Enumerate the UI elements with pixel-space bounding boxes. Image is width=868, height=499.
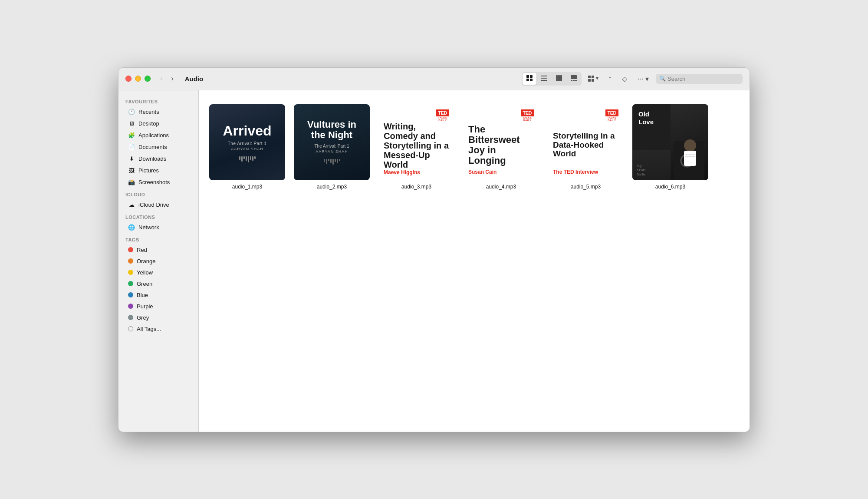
sidebar-item-icloud-drive[interactable]: ☁ iCloud Drive: [121, 199, 196, 211]
documents-icon: 📄: [128, 144, 135, 151]
icloud-drive-label: iCloud Drive: [138, 202, 169, 208]
svg-rect-3: [530, 79, 533, 81]
thumbnail-audio5: TED TALKS DAILY Storytelling in a Data-H…: [548, 104, 624, 180]
thumbnail-audio2: Vultures in the Night The Arrival: Part …: [294, 104, 370, 180]
locations-section-label: Locations: [118, 211, 198, 221]
svg-rect-9: [560, 75, 562, 81]
svg-rect-16: [588, 79, 591, 82]
filename-audio2: audio_2.mp3: [317, 184, 347, 190]
all-tags-dot: [128, 326, 133, 331]
sidebar-item-all-tags[interactable]: All Tags...: [121, 324, 196, 334]
sidebar-item-pictures[interactable]: 🖼 Pictures: [121, 165, 196, 176]
grey-dot: [128, 315, 133, 320]
red-dot: [128, 247, 133, 252]
tag-button[interactable]: ◇: [618, 73, 631, 85]
thumbnail-audio3: TED TALKS DAILY Writing, Comedy and Stor…: [378, 104, 454, 180]
sidebar-item-documents[interactable]: 📄 Documents: [121, 142, 196, 153]
file-item-audio3[interactable]: TED TALKS DAILY Writing, Comedy and Stor…: [378, 101, 454, 193]
svg-rect-11: [571, 80, 572, 81]
network-icon: 🌐: [128, 224, 135, 231]
svg-rect-5: [541, 78, 547, 79]
list-view-button[interactable]: [537, 73, 551, 85]
sidebar-item-tag-green[interactable]: Green: [121, 278, 196, 289]
svg-rect-7: [556, 75, 558, 81]
screenshots-icon: 📸: [128, 179, 135, 186]
sidebar-item-recents[interactable]: 🕐 Recents: [121, 106, 196, 118]
svg-rect-15: [592, 76, 594, 78]
documents-label: Documents: [138, 144, 167, 150]
svg-rect-13: [575, 80, 577, 81]
svg-point-21: [684, 139, 696, 152]
tag-green-label: Green: [137, 281, 152, 287]
search-bar[interactable]: 🔍: [656, 74, 743, 84]
recents-icon: 🕐: [128, 109, 135, 116]
svg-rect-8: [558, 75, 560, 81]
svg-rect-10: [571, 75, 577, 79]
traffic-lights: [125, 76, 151, 82]
filename-audio5: audio_5.mp3: [571, 184, 601, 190]
tag-yellow-label: Yellow: [137, 269, 153, 276]
orange-dot: [128, 258, 133, 264]
sidebar-item-network[interactable]: 🌐 Network: [121, 222, 196, 233]
svg-rect-6: [541, 80, 547, 81]
sidebar-item-applications[interactable]: 🧩 Applications: [121, 130, 196, 141]
desktop-icon: 🖥: [128, 120, 135, 127]
pictures-label: Pictures: [138, 167, 159, 174]
sidebar-item-tag-purple[interactable]: Purple: [121, 301, 196, 312]
file-item-audio6[interactable]: OldLove: [632, 101, 708, 193]
network-label: Network: [138, 224, 159, 231]
yellow-dot: [128, 270, 133, 275]
back-button[interactable]: ‹: [158, 73, 165, 84]
icloud-icon: ☁: [128, 202, 135, 208]
sidebar-item-tag-grey[interactable]: Grey: [121, 312, 196, 323]
sidebar-item-downloads[interactable]: ⬇ Downloads: [121, 153, 196, 165]
gallery-view-button[interactable]: [567, 73, 581, 85]
maximize-button[interactable]: [145, 76, 151, 82]
minimize-button[interactable]: [135, 76, 141, 82]
svg-rect-4: [541, 76, 547, 76]
filename-audio4: audio_4.mp3: [486, 184, 516, 190]
file-item-audio5[interactable]: TED TALKS DAILY Storytelling in a Data-H…: [548, 101, 624, 193]
sidebar-item-screenshots[interactable]: 📸 Screenshots: [121, 177, 196, 188]
filename-audio6: audio_6.mp3: [655, 184, 685, 190]
window-title: Audio: [185, 75, 204, 83]
sidebar-item-tag-red[interactable]: Red: [121, 245, 196, 255]
svg-rect-0: [526, 75, 529, 78]
grid-view-button[interactable]: [523, 73, 536, 85]
thumbnail-audio4: TED TALKS DAILY The Bittersweet Joy in L…: [463, 104, 539, 180]
search-input[interactable]: [667, 76, 739, 82]
file-area: Arrived The Arrival: Part 1 AARYAN SHAH: [199, 90, 750, 432]
share-button[interactable]: ↑: [605, 73, 615, 84]
file-grid: Arrived The Arrival: Part 1 AARYAN SHAH: [209, 101, 739, 193]
applications-icon: 🧩: [128, 132, 135, 139]
svg-rect-17: [592, 79, 594, 82]
sidebar-item-tag-yellow[interactable]: Yellow: [121, 267, 196, 278]
downloads-label: Downloads: [138, 155, 166, 162]
favourites-section-label: Favourites: [118, 96, 198, 106]
tag-all-label: All Tags...: [137, 326, 161, 332]
sidebar-item-tag-orange[interactable]: Orange: [121, 256, 196, 267]
downloads-icon: ⬇: [128, 155, 135, 162]
thumbnail-audio6: OldLove: [632, 104, 708, 180]
search-icon: 🔍: [659, 76, 666, 82]
pictures-icon: 🖼: [128, 167, 135, 174]
close-button[interactable]: [125, 76, 132, 82]
icloud-section-label: iCloud: [118, 188, 198, 199]
group-button[interactable]: ▾: [585, 73, 601, 84]
desktop-label: Desktop: [138, 120, 159, 127]
file-item-audio1[interactable]: Arrived The Arrival: Part 1 AARYAN SHAH: [209, 101, 285, 193]
filename-audio1: audio_1.mp3: [232, 184, 262, 190]
column-view-button[interactable]: [552, 73, 566, 85]
file-item-audio4[interactable]: TED TALKS DAILY The Bittersweet Joy in L…: [463, 101, 539, 193]
file-item-audio2[interactable]: Vultures in the Night The Arrival: Part …: [294, 101, 370, 193]
more-button[interactable]: ··· ▾: [634, 73, 652, 85]
tag-blue-label: Blue: [137, 292, 148, 298]
tag-grey-label: Grey: [137, 314, 149, 321]
forward-button[interactable]: ›: [168, 73, 176, 84]
sidebar-item-desktop[interactable]: 🖥 Desktop: [121, 118, 196, 129]
svg-rect-1: [530, 75, 533, 78]
green-dot: [128, 281, 133, 286]
sidebar-item-tag-blue[interactable]: Blue: [121, 290, 196, 301]
blue-dot: [128, 292, 133, 297]
finder-window: ‹ › Audio: [118, 67, 750, 432]
